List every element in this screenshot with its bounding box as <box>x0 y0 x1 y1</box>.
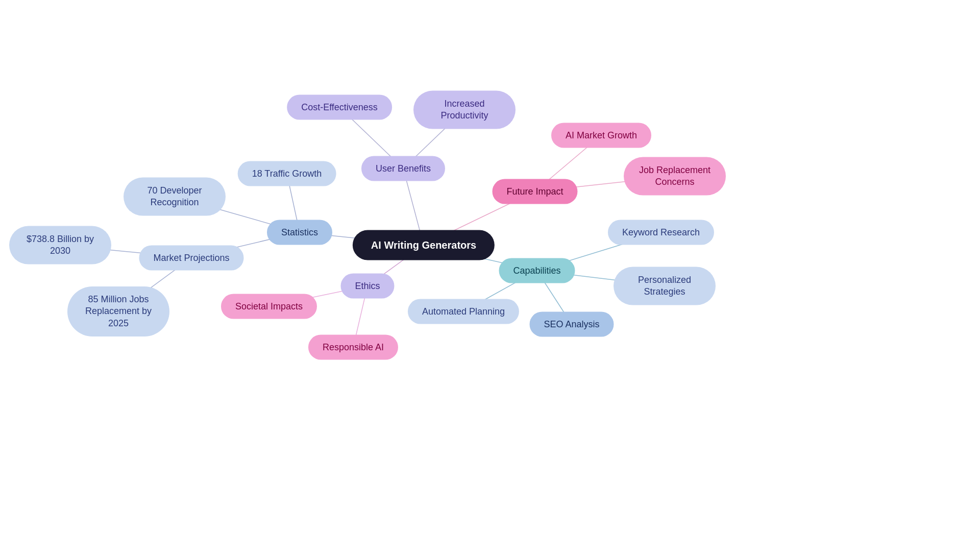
node-seo-analysis[interactable]: SEO Analysis <box>529 312 614 337</box>
node-70-developer[interactable]: 70 Developer Recognition <box>124 178 226 216</box>
node-statistics[interactable]: Statistics <box>267 220 332 245</box>
node-center[interactable]: AI Writing Generators <box>353 230 495 260</box>
node-ethics[interactable]: Ethics <box>340 274 394 299</box>
node-personalized-strategies[interactable]: Personalized Strategies <box>614 267 716 305</box>
node-responsible-ai[interactable]: Responsible AI <box>308 335 398 360</box>
node-keyword-research[interactable]: Keyword Research <box>608 220 714 245</box>
node-738-billion[interactable]: $738.8 Billion by 2030 <box>9 226 111 265</box>
node-85-million[interactable]: 85 Million Jobs Replacement by 2025 <box>67 286 169 336</box>
node-capabilities[interactable]: Capabilities <box>499 258 575 283</box>
node-cost-effectiveness[interactable]: Cost-Effectiveness <box>287 95 392 120</box>
node-societal-impacts[interactable]: Societal Impacts <box>221 294 317 319</box>
mindmap-container: AI Writing GeneratorsUser BenefitsCost-E… <box>0 0 980 553</box>
node-job-replacement[interactable]: Job Replacement Concerns <box>624 157 726 196</box>
node-increased-productivity[interactable]: Increased Productivity <box>413 91 516 129</box>
node-ai-market-growth[interactable]: AI Market Growth <box>551 123 651 148</box>
node-automated-planning[interactable]: Automated Planning <box>408 299 519 324</box>
node-market-projections[interactable]: Market Projections <box>139 246 243 271</box>
node-18-traffic-growth[interactable]: 18 Traffic Growth <box>238 161 336 186</box>
node-user-benefits[interactable]: User Benefits <box>361 156 445 181</box>
connections-svg <box>0 0 980 553</box>
node-future-impact[interactable]: Future Impact <box>492 179 577 204</box>
